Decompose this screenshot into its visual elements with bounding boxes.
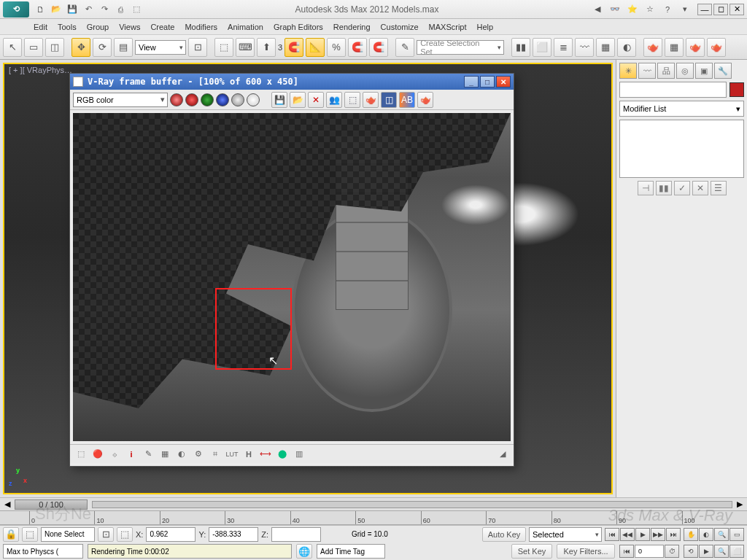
star-icon[interactable]: ☆	[643, 3, 657, 16]
edit-named-button[interactable]: 🧲	[348, 38, 367, 57]
vfb-render-region[interactable]	[215, 288, 292, 370]
snap-options-button[interactable]: 🧲	[369, 38, 388, 57]
goto-start-button[interactable]: ⏮	[605, 528, 619, 541]
selection-filter-button[interactable]: ⬚	[22, 527, 38, 542]
menu-grapheditors[interactable]: Graph Editors	[274, 23, 323, 31]
favorite-icon[interactable]: ⭐	[626, 3, 639, 16]
vfb-alpha-channel-button[interactable]	[231, 93, 244, 106]
render-frame-button[interactable]: ▦	[665, 38, 684, 57]
vfb-link-button[interactable]: ⟷	[259, 448, 272, 461]
material-editor-button[interactable]: ◐	[617, 38, 636, 57]
select-object-button[interactable]: ↖	[3, 38, 22, 57]
orbit-button[interactable]: ⟲	[684, 545, 698, 558]
vfb-clone-button[interactable]: 👥	[326, 92, 342, 108]
select-manipulate-button[interactable]: ⬚	[214, 38, 233, 57]
open-file-icon[interactable]: 📂	[50, 3, 63, 16]
vfb-stripes-button[interactable]: ▥	[293, 448, 306, 461]
snap-toggle-button[interactable]: ⬆	[257, 38, 276, 57]
menu-edit[interactable]: Edit	[34, 23, 47, 31]
maximize-button[interactable]: ◻	[713, 4, 728, 15]
time-tag-field[interactable]: Add Time Tag	[317, 544, 385, 559]
object-name-field[interactable]	[619, 82, 727, 98]
rotate-button[interactable]: ⟳	[93, 38, 112, 57]
roll-button[interactable]: 🔍	[714, 545, 729, 558]
vfb-stamp-button[interactable]: ⬤	[276, 448, 289, 461]
time-slider-track[interactable]	[92, 501, 732, 508]
vfb-render-view[interactable]: ↖	[73, 113, 511, 441]
next-frame-button[interactable]: ▶▶	[651, 528, 665, 541]
vfb-edit-button[interactable]: ✎	[142, 448, 155, 461]
vfb-grid-button[interactable]: ⌗	[209, 448, 222, 461]
keyboard-shortcut-button[interactable]: ⌨	[236, 38, 255, 57]
maxscript-listener[interactable]: Max to Physcs (	[3, 544, 83, 559]
scale-button[interactable]: ▤	[114, 38, 133, 57]
move-button[interactable]: ✥	[71, 38, 90, 57]
vfb-minimize-button[interactable]: _	[464, 76, 479, 88]
vfb-render-button[interactable]: 🫖	[363, 92, 379, 108]
vfb-resize-handle[interactable]: ◢	[496, 448, 509, 461]
prev-frame-button[interactable]: ◀◀	[620, 528, 635, 541]
menu-customize[interactable]: Customize	[381, 23, 419, 31]
key-mode-toggle[interactable]: ⏮	[619, 545, 634, 558]
utilities-tab[interactable]: 🔧	[714, 63, 732, 79]
pan-view-button[interactable]: ✋	[684, 528, 698, 541]
scroll-left-icon[interactable]: ◀	[4, 499, 10, 509]
time-ruler[interactable]: 0 10 20 30 40 50 60 70 80 90 100	[0, 510, 747, 525]
search-icon[interactable]: ◀	[591, 3, 604, 16]
mirror-button[interactable]: ▮▮	[511, 38, 530, 57]
render-setup-button[interactable]: 🫖	[643, 38, 662, 57]
menu-rendering[interactable]: Rendering	[333, 23, 371, 31]
vfb-clear-button[interactable]: ✕	[308, 92, 324, 108]
angle-snap-button[interactable]: 🧲	[285, 38, 303, 57]
align-button[interactable]: ⬜	[533, 38, 551, 57]
schematic-button[interactable]: ▦	[596, 38, 615, 57]
vfb-green-channel-button[interactable]	[201, 93, 214, 106]
menu-animation[interactable]: Animation	[228, 23, 263, 31]
modify-tab[interactable]: 〰	[638, 63, 656, 79]
x-coord-field[interactable]: 0.962	[146, 527, 196, 542]
curve-editor-button[interactable]: 〰	[575, 38, 594, 57]
time-config-button[interactable]: ⏱	[665, 545, 679, 558]
selection-set-dropdown[interactable]: Create Selection Set	[417, 40, 504, 55]
qat-more-icon[interactable]: ⬚	[130, 3, 143, 16]
named-selection-button[interactable]: ✎	[395, 38, 414, 57]
menu-tools[interactable]: Tools	[58, 23, 77, 31]
vfb-compare-button[interactable]: AB	[399, 92, 415, 108]
vfb-channel-dropdown[interactable]: RGB color	[73, 93, 168, 107]
vfb-color-corrections-button[interactable]: ⬚	[74, 448, 88, 461]
vfb-history-button[interactable]: H	[242, 448, 255, 461]
app-logo[interactable]: ⟲	[3, 1, 29, 18]
max-toggle-button[interactable]: ⬜	[729, 545, 744, 558]
vfb-settings-button[interactable]: ⚙	[192, 448, 205, 461]
vfb-pixel-info-button[interactable]: ⟐	[108, 448, 121, 461]
pivot-button[interactable]: ⊡	[188, 38, 207, 57]
vfb-lens-button[interactable]: ◐	[175, 448, 188, 461]
menu-create[interactable]: Create	[150, 23, 174, 31]
time-slider[interactable]: 0 / 100	[15, 499, 88, 510]
show-end-result-button[interactable]: ▮▮	[656, 181, 672, 195]
undo-icon[interactable]: ↶	[82, 3, 95, 16]
render-iterative-button[interactable]: 🫖	[707, 38, 726, 57]
vfb-load-button[interactable]: 📂	[290, 92, 306, 108]
new-file-icon[interactable]: 🗋	[34, 3, 47, 16]
redo-icon[interactable]: ↷	[98, 3, 111, 16]
motion-tab[interactable]: ◎	[676, 63, 694, 79]
transform-gizmo-button[interactable]: ⊡	[98, 527, 114, 542]
vfb-close-button[interactable]: ✕	[496, 76, 511, 88]
setkey-button[interactable]: Set Key	[511, 544, 552, 559]
viewport-label[interactable]: [ + ][ VRayPhys…	[9, 66, 72, 74]
key-mode-dropdown[interactable]: Selected	[529, 527, 602, 542]
keyfilters-button[interactable]: Key Filters...	[557, 544, 615, 559]
vfb-srgb-button[interactable]: ▦	[158, 448, 171, 461]
vfb-titlebar[interactable]: V-Ray frame buffer - [100% of 600 x 450]…	[70, 74, 514, 90]
pin-stack-button[interactable]: ⊣	[638, 181, 654, 195]
walk-button[interactable]: ◐	[699, 528, 713, 541]
vfb-lut-button[interactable]: LUT	[225, 448, 239, 461]
binoculars-icon[interactable]: 👓	[608, 3, 622, 16]
fov-button[interactable]: ▭	[729, 528, 744, 541]
configure-sets-button[interactable]: ☰	[711, 181, 727, 195]
menu-maxscript[interactable]: MAXScript	[429, 23, 467, 31]
menu-group[interactable]: Group	[87, 23, 109, 31]
project-icon[interactable]: ⎙	[114, 3, 127, 16]
percent-snap-button[interactable]: 📐	[306, 38, 325, 57]
